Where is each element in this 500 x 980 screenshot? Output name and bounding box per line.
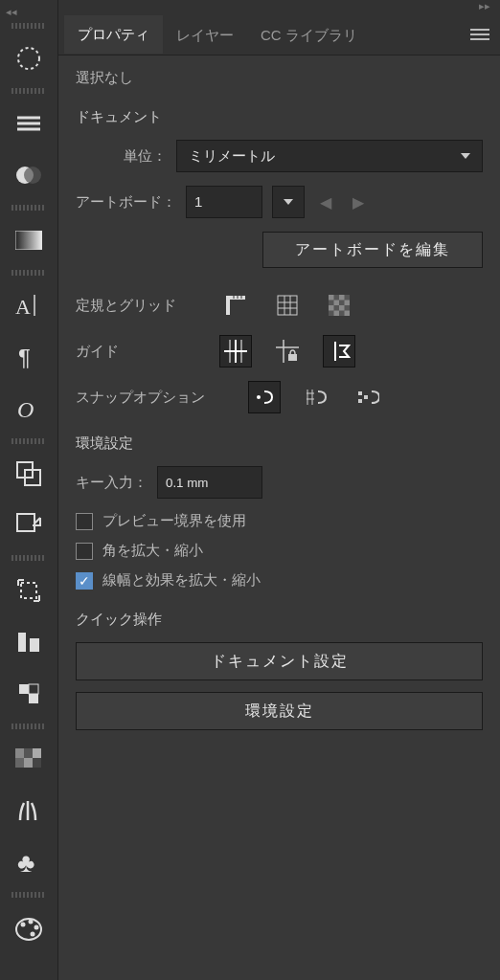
- svg-rect-71: [364, 395, 368, 399]
- svg-rect-42: [278, 296, 297, 315]
- dock-collapse-arrows[interactable]: ◂◂: [0, 6, 57, 19]
- artboard-prev-icon[interactable]: ◀: [314, 193, 337, 212]
- smart-guides-icon[interactable]: [323, 335, 355, 368]
- svg-rect-50: [334, 301, 340, 306]
- artboard-next-icon[interactable]: ▶: [347, 193, 370, 212]
- symbols-tool-icon[interactable]: ♣: [8, 841, 50, 883]
- preferences-button[interactable]: 環境設定: [76, 692, 483, 730]
- pathfinder-tool-icon[interactable]: [8, 453, 50, 495]
- svg-point-35: [31, 932, 35, 937]
- svg-rect-23: [29, 684, 38, 694]
- brushes-tool-icon[interactable]: [8, 790, 50, 832]
- tab-cc-libraries[interactable]: CC ライブラリ: [247, 14, 371, 55]
- prefs-section-title: 環境設定: [76, 434, 483, 453]
- svg-rect-55: [345, 311, 351, 317]
- tab-layers-label: レイヤー: [176, 27, 234, 43]
- svg-rect-14: [21, 583, 36, 598]
- preview-bounds-checkbox[interactable]: [76, 513, 93, 530]
- svg-rect-51: [345, 301, 351, 306]
- snap-to-pixel-icon[interactable]: [352, 381, 384, 413]
- quick-actions-title: クイック操作: [76, 611, 483, 629]
- transparency-grid-icon[interactable]: [323, 289, 355, 322]
- svg-text:O: O: [17, 397, 34, 421]
- tab-properties-label: プロパティ: [78, 26, 149, 42]
- svg-point-34: [34, 925, 39, 930]
- appearance-tool-icon[interactable]: [8, 37, 50, 79]
- lock-guides-icon[interactable]: [271, 335, 304, 368]
- paragraph-tool-icon[interactable]: ¶: [8, 336, 50, 378]
- svg-point-64: [257, 395, 261, 399]
- tab-cclib-label: CC ライブラリ: [261, 27, 357, 43]
- selection-status: 選択なし: [76, 69, 483, 87]
- snap-to-point-icon[interactable]: [248, 381, 281, 413]
- asset-export-tool-icon[interactable]: [8, 504, 50, 546]
- panel-menu-icon[interactable]: [466, 20, 494, 49]
- transform-tool-icon[interactable]: [8, 673, 50, 715]
- svg-rect-29: [33, 758, 41, 768]
- chevron-down-icon: [461, 153, 470, 159]
- artboard-value: 1: [194, 186, 202, 218]
- ruler-icon[interactable]: [219, 289, 252, 322]
- svg-rect-48: [329, 295, 334, 301]
- key-input-label: キー入力：: [76, 474, 148, 492]
- svg-point-32: [21, 923, 26, 927]
- key-input-field[interactable]: [157, 466, 262, 499]
- rulers-grid-label: 定規とグリッド: [76, 297, 210, 315]
- tab-properties[interactable]: プロパティ: [64, 15, 163, 54]
- left-dock: ◂◂ A ¶ O: [0, 0, 57, 980]
- document-setup-button[interactable]: ドキュメント設定: [76, 642, 483, 680]
- edit-artboard-label: アートボードを編集: [295, 240, 450, 260]
- edit-artboard-button[interactable]: アートボードを編集: [262, 232, 483, 268]
- gradient-tool-icon[interactable]: [8, 219, 50, 261]
- svg-point-33: [29, 920, 34, 924]
- document-section-title: ドキュメント: [76, 108, 483, 126]
- units-label: 単位：: [124, 147, 167, 166]
- swatches-tool-icon[interactable]: [8, 738, 50, 780]
- svg-text:♣: ♣: [17, 849, 34, 876]
- preferences-label: 環境設定: [245, 702, 314, 722]
- svg-rect-28: [24, 758, 33, 768]
- svg-rect-53: [339, 305, 345, 311]
- units-value: ミリメートル: [189, 140, 275, 172]
- color-tool-icon[interactable]: [8, 906, 50, 948]
- snap-to-grid-icon[interactable]: [300, 381, 332, 413]
- svg-rect-20: [30, 638, 39, 652]
- svg-rect-21: [19, 684, 29, 694]
- transparency-tool-icon[interactable]: [8, 154, 50, 196]
- svg-rect-25: [24, 748, 33, 758]
- show-guides-icon[interactable]: [219, 335, 252, 368]
- artboard-number-select[interactable]: 1: [186, 186, 262, 218]
- panel-collapse-arrows[interactable]: ▸▸: [58, 0, 500, 13]
- opentype-tool-icon[interactable]: O: [8, 388, 50, 430]
- tab-bar: プロパティ レイヤー CC ライブラリ: [58, 13, 500, 56]
- scale-strokes-checkbox[interactable]: [76, 572, 93, 590]
- align-tool-icon[interactable]: [8, 621, 50, 663]
- chevron-down-icon: [284, 199, 293, 205]
- artboard-dropdown[interactable]: [272, 186, 305, 218]
- snap-label: スナップオプション: [76, 389, 239, 407]
- scale-strokes-label: 線幅と効果を拡大・縮小: [102, 571, 261, 590]
- artboards-tool-icon[interactable]: [8, 569, 50, 612]
- grid-icon[interactable]: [271, 289, 304, 322]
- tab-layers[interactable]: レイヤー: [163, 14, 247, 55]
- units-select[interactable]: ミリメートル: [176, 140, 483, 172]
- preview-bounds-label: プレビュー境界を使用: [102, 512, 246, 530]
- scale-corners-label: 角を拡大・縮小: [102, 542, 203, 560]
- properties-panel: 選択なし ドキュメント 単位： ミリメートル アートボード： 1: [58, 56, 500, 980]
- guides-label: ガイド: [76, 343, 210, 361]
- svg-rect-24: [15, 748, 24, 758]
- svg-rect-54: [334, 311, 340, 317]
- character-tool-icon[interactable]: A: [8, 284, 50, 326]
- svg-rect-69: [358, 391, 362, 395]
- document-setup-label: ドキュメント設定: [211, 652, 349, 672]
- stroke-tool-icon[interactable]: [8, 102, 50, 145]
- svg-rect-27: [15, 758, 24, 768]
- scale-corners-checkbox[interactable]: [76, 543, 93, 560]
- svg-text:¶: ¶: [18, 345, 31, 369]
- svg-point-0: [18, 48, 39, 69]
- svg-rect-22: [29, 694, 38, 703]
- svg-rect-52: [329, 305, 334, 311]
- artboard-label: アートボード：: [76, 193, 176, 212]
- svg-rect-6: [15, 231, 42, 250]
- svg-rect-62: [288, 354, 297, 361]
